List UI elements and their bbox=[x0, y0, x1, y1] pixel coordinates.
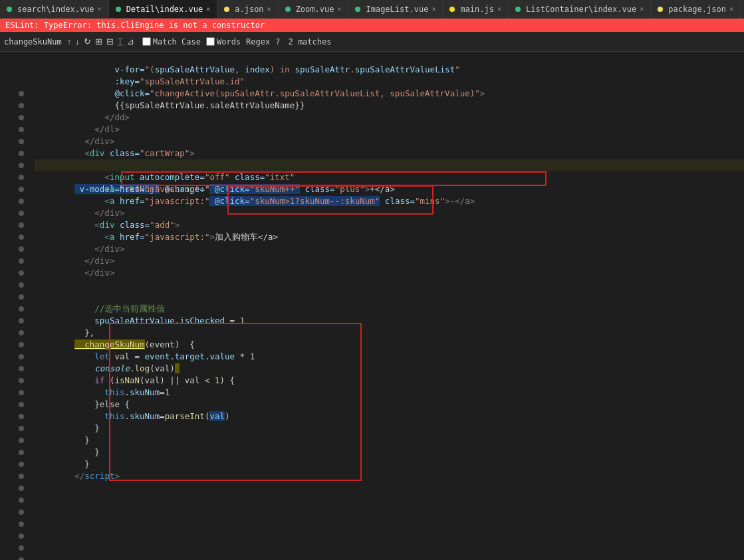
error-bar: ESLint: TypeError: this.CliEngine is not… bbox=[0, 19, 744, 32]
breakpoint-dot bbox=[19, 426, 24, 431]
words-checkbox[interactable] bbox=[206, 37, 215, 46]
regex-option[interactable]: Regex bbox=[246, 37, 270, 47]
tab-close[interactable]: × bbox=[640, 5, 644, 13]
code-line: this.skuNum=parseInt(val) bbox=[35, 399, 744, 411]
breakpoint-dot bbox=[19, 246, 24, 252]
tab-main-js[interactable]: main.js × bbox=[443, 0, 509, 19]
breakpoint-dot bbox=[19, 127, 24, 132]
gutter-line bbox=[0, 303, 24, 315]
gutter-line bbox=[0, 76, 24, 88]
breakpoint-dot bbox=[19, 211, 24, 216]
words-option[interactable]: Words bbox=[206, 37, 241, 47]
breakpoint-dot bbox=[19, 414, 24, 419]
code-line: } bbox=[35, 446, 744, 458]
code-line: </dl> bbox=[35, 112, 744, 124]
help-icon[interactable]: ? bbox=[275, 37, 280, 47]
code-line-click1: <a href="javascript:" @click="skuNum++" … bbox=[35, 171, 744, 183]
match-case-checkbox[interactable] bbox=[142, 37, 151, 46]
gutter-line bbox=[0, 315, 24, 327]
nav-down-button[interactable]: ↓ bbox=[74, 37, 81, 47]
tab-label: Zoom.vue bbox=[296, 5, 334, 14]
tab-dot bbox=[515, 7, 521, 12]
breakpoint-dot bbox=[19, 175, 24, 180]
tab-close[interactable]: × bbox=[432, 5, 435, 13]
tab-label: a.json bbox=[235, 5, 263, 14]
tab-dot bbox=[224, 7, 229, 12]
line-gutter bbox=[0, 52, 29, 560]
tab-label: ListContainer\index.vue bbox=[526, 5, 636, 14]
nav-refresh-button[interactable]: ↻ bbox=[82, 37, 92, 47]
gutter-line bbox=[0, 124, 24, 136]
tab-a-json[interactable]: a.json × bbox=[217, 0, 278, 19]
tab-index-js[interactable]: index.js × bbox=[741, 0, 744, 19]
breakpoint-dot bbox=[19, 115, 24, 120]
editor-container: v-for="(spuSaleAttrValue, index) in spuS… bbox=[0, 52, 744, 560]
gutter-line bbox=[0, 219, 24, 231]
breakpoint-dot bbox=[19, 318, 24, 324]
tab-dot bbox=[7, 7, 12, 12]
breakpoint-dot bbox=[19, 450, 24, 455]
gutter-line bbox=[0, 434, 24, 446]
breakpoint-dot bbox=[19, 498, 24, 503]
code-line: </div> bbox=[35, 231, 744, 243]
gutter-line bbox=[0, 291, 24, 303]
breakpoint-dot bbox=[19, 139, 24, 144]
code-line: } bbox=[35, 422, 744, 434]
nav-minus-button[interactable]: ⊟ bbox=[105, 37, 115, 47]
gutter-line bbox=[0, 339, 24, 351]
tab-close[interactable]: × bbox=[98, 5, 102, 13]
match-case-option[interactable]: Match Case bbox=[142, 37, 201, 47]
tab-close[interactable]: × bbox=[729, 5, 733, 13]
tab-zoom-vue[interactable]: Zoom.vue × bbox=[279, 0, 349, 19]
code-line: } bbox=[35, 434, 744, 446]
breakpoint-dot bbox=[19, 521, 24, 527]
tab-label: package.json bbox=[668, 5, 726, 14]
breakpoint-dot bbox=[19, 163, 24, 168]
code-line: spuSaleAttrValue.isChecked = 1 bbox=[35, 303, 744, 315]
gutter-line bbox=[0, 171, 24, 183]
tab-dot bbox=[285, 7, 291, 12]
tab-search-index[interactable]: search\index.vue × bbox=[0, 0, 109, 19]
breakpoint-dot bbox=[19, 306, 24, 312]
gutter-line bbox=[0, 399, 24, 411]
match-case-label: Match Case bbox=[153, 37, 201, 47]
search-filename: changeSkuNum bbox=[4, 37, 62, 47]
gutter-line bbox=[0, 279, 24, 291]
code-line bbox=[35, 279, 744, 291]
breakpoint-dot bbox=[19, 533, 24, 539]
words-label: Words bbox=[217, 37, 241, 47]
code-editor[interactable]: v-for="(spuSaleAttrValue, index) in spuS… bbox=[29, 52, 744, 560]
code-line: }else { bbox=[35, 387, 744, 399]
tab-close[interactable]: × bbox=[497, 5, 501, 13]
code-line: :key="spuSaleAttrValue.id" bbox=[35, 64, 744, 76]
nav-filter-button[interactable]: ⊞ bbox=[94, 37, 104, 47]
breakpoint-dot bbox=[19, 402, 24, 407]
tab-package-json[interactable]: package.json × bbox=[651, 0, 741, 19]
tab-close[interactable]: × bbox=[337, 5, 341, 13]
nav-funnel-button[interactable]: ⊿ bbox=[126, 37, 136, 47]
code-line: <div class="controls"> bbox=[35, 147, 744, 159]
tab-imagelist-vue[interactable]: ImageList.vue × bbox=[348, 0, 443, 19]
gutter-line bbox=[0, 470, 24, 482]
tab-detail-index[interactable]: Detail\index.vue × bbox=[109, 0, 218, 19]
gutter-line bbox=[0, 494, 24, 506]
tab-close[interactable]: × bbox=[206, 5, 210, 13]
nav-special-button[interactable]: ⌶ bbox=[116, 37, 124, 47]
gutter-line bbox=[0, 387, 24, 399]
gutter-line bbox=[0, 64, 24, 76]
tab-listcontainer[interactable]: ListContainer\index.vue × bbox=[509, 0, 651, 19]
tab-close[interactable]: × bbox=[267, 5, 271, 13]
code-section-top: v-for="(spuSaleAttrValue, index) in spuS… bbox=[35, 52, 744, 470]
gutter-line bbox=[0, 363, 24, 375]
regex-label: Regex bbox=[246, 37, 270, 47]
breakpoint-dot bbox=[19, 354, 24, 359]
breakpoint-dot bbox=[19, 151, 24, 156]
search-nav-buttons: ↑ ↓ ↻ ⊞ ⊟ ⌶ ⊿ bbox=[66, 37, 136, 47]
code-line: v-for="(spuSaleAttrValue, index) in spuS… bbox=[35, 52, 744, 64]
search-options: Match Case Words Regex ? bbox=[142, 37, 281, 47]
breakpoint-dot bbox=[19, 510, 24, 515]
nav-up-button[interactable]: ↑ bbox=[66, 37, 73, 47]
tab-dot bbox=[449, 7, 455, 12]
error-text: ESLint: TypeError: this.CliEngine is not… bbox=[5, 21, 265, 30]
tab-label: Detail\index.vue bbox=[126, 5, 203, 14]
